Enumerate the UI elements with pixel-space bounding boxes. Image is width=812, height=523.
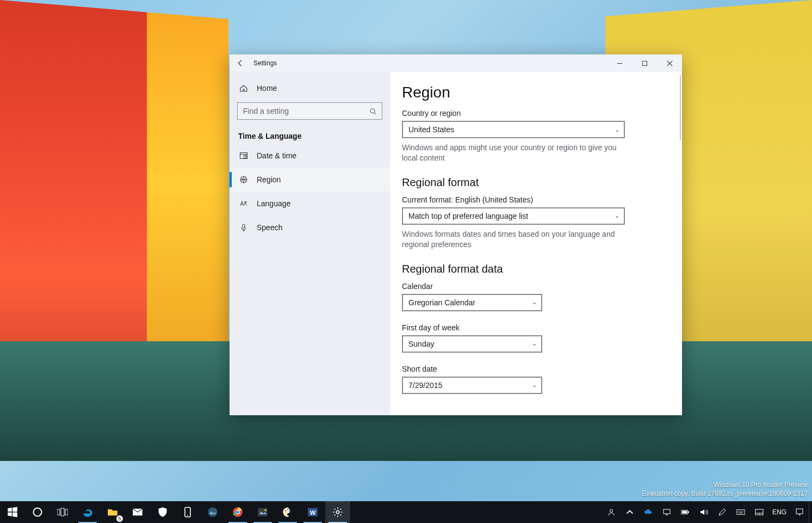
tray-volume[interactable] <box>695 501 713 523</box>
tray-people[interactable] <box>602 501 621 523</box>
language-icon <box>238 199 249 208</box>
cortana-circle-icon <box>32 507 43 518</box>
sidebar: Home Time & Language Date & time Region <box>230 72 390 415</box>
photos-icon <box>207 507 218 518</box>
svg-rect-9 <box>65 509 68 515</box>
nav-label: Speech <box>257 223 282 232</box>
microphone-icon <box>238 223 249 232</box>
windows-logo-icon <box>7 507 18 518</box>
svg-rect-5 <box>243 224 245 228</box>
cloud-icon <box>644 508 653 516</box>
sidebar-item-home[interactable]: Home <box>230 77 390 99</box>
taskbar-app-photos[interactable] <box>200 501 225 523</box>
tray-pen[interactable] <box>713 501 732 523</box>
svg-text:W: W <box>310 509 316 516</box>
svg-rect-7 <box>57 509 60 515</box>
current-format-value: Match top of preferred language list <box>408 212 528 220</box>
mail-icon <box>132 507 143 518</box>
keyboard-icon <box>736 508 745 516</box>
calendar-value: Gregorian Calendar <box>408 298 475 307</box>
short-date-value: 7/29/2015 <box>408 381 442 390</box>
short-date-label: Short date <box>402 365 667 373</box>
minimize-button[interactable] <box>607 54 632 72</box>
scrollbar[interactable] <box>680 75 681 140</box>
chevron-down-icon: ⌄ <box>615 212 619 219</box>
regional-format-heading: Regional format <box>402 176 667 189</box>
svg-point-22 <box>285 513 287 514</box>
start-button[interactable] <box>0 501 25 523</box>
tray-touch-keyboard[interactable] <box>732 501 750 523</box>
svg-rect-27 <box>664 509 670 514</box>
nav-label: Language <box>257 199 290 208</box>
svg-point-20 <box>287 509 289 510</box>
maximize-button[interactable] <box>632 54 657 72</box>
palette-icon <box>282 507 293 518</box>
current-format-label: Current format: English (United States) <box>402 195 667 204</box>
short-date-dropdown[interactable]: 7/29/2015 ⌄ <box>402 377 542 394</box>
back-button[interactable] <box>230 54 251 72</box>
sidebar-item-date-time[interactable]: Date & time <box>230 144 390 168</box>
taskbar-app-security[interactable] <box>150 501 175 523</box>
tray-touchpad[interactable] <box>750 501 768 523</box>
folder-icon <box>107 507 118 518</box>
first-day-dropdown[interactable]: Sunday ⌄ <box>402 335 542 353</box>
taskbar-app-paint[interactable] <box>275 501 300 523</box>
shield-icon <box>157 507 168 518</box>
notification-icon <box>795 508 804 516</box>
taskbar-app-file-explorer[interactable]: 5 <box>100 501 125 523</box>
svg-point-25 <box>336 510 339 514</box>
taskbar-app-mail[interactable] <box>125 501 150 523</box>
current-format-hint: Windows formats dates and times based on… <box>402 229 625 250</box>
svg-point-21 <box>289 510 291 512</box>
pen-icon <box>718 508 727 516</box>
watermark-line2: Evaluation copy. Build 17692.rs_prerelea… <box>642 489 808 498</box>
word-icon: W <box>307 507 318 518</box>
cortana-button[interactable] <box>25 501 50 523</box>
tray-remote-desktop[interactable] <box>658 501 676 523</box>
svg-rect-33 <box>796 509 803 514</box>
explorer-badge: 5 <box>116 515 123 522</box>
country-dropdown[interactable]: United States ⌄ <box>402 121 625 138</box>
nav-label: Region <box>257 175 281 184</box>
tray-lang[interactable]: ENG <box>768 501 790 523</box>
sidebar-item-region[interactable]: Region <box>230 168 390 192</box>
country-value: United States <box>408 125 454 134</box>
task-view-button[interactable] <box>50 501 75 523</box>
tray-onedrive[interactable] <box>639 501 658 523</box>
watermark-line1: Windows 10 Pro Insider Preview <box>642 481 808 489</box>
tray-action-center[interactable] <box>790 501 809 523</box>
phone-icon <box>182 507 193 518</box>
sidebar-item-language[interactable]: Language <box>230 192 390 216</box>
arrow-left-icon <box>237 59 244 67</box>
close-button[interactable] <box>657 54 682 72</box>
calendar-dropdown[interactable]: Gregorian Calendar ⌄ <box>402 294 542 311</box>
chrome-icon <box>232 507 243 518</box>
show-desktop-button[interactable] <box>809 501 812 523</box>
taskbar-app-gallery[interactable] <box>250 501 275 523</box>
sidebar-section-title: Time & Language <box>230 126 390 144</box>
taskbar-app-word[interactable]: W <box>300 501 325 523</box>
chevron-down-icon: ⌄ <box>532 382 537 389</box>
titlebar[interactable]: Settings <box>230 54 682 72</box>
speaker-icon <box>699 508 708 516</box>
country-label: Country or region <box>402 109 667 118</box>
svg-rect-29 <box>688 511 689 513</box>
taskbar-app-chrome[interactable] <box>225 501 250 523</box>
chevron-up-icon <box>625 508 634 516</box>
gear-icon <box>332 507 343 518</box>
taskbar-app-edge[interactable] <box>75 501 100 523</box>
svg-point-26 <box>610 509 613 512</box>
tray-battery[interactable] <box>676 501 695 523</box>
taskbar-app-settings[interactable] <box>325 501 350 523</box>
search-input[interactable] <box>237 102 382 120</box>
current-format-dropdown[interactable]: Match top of preferred language list ⌄ <box>402 207 625 225</box>
taskbar-app-your-phone[interactable] <box>175 501 200 523</box>
calendar-label: Calendar <box>402 282 667 291</box>
monitor-icon <box>662 508 671 516</box>
country-hint: Windows and apps might use your country … <box>402 143 625 163</box>
svg-point-1 <box>370 109 375 113</box>
calendar-clock-icon <box>238 151 249 160</box>
tray-show-hidden[interactable] <box>621 501 639 523</box>
home-label: Home <box>257 84 277 93</box>
sidebar-item-speech[interactable]: Speech <box>230 216 390 239</box>
